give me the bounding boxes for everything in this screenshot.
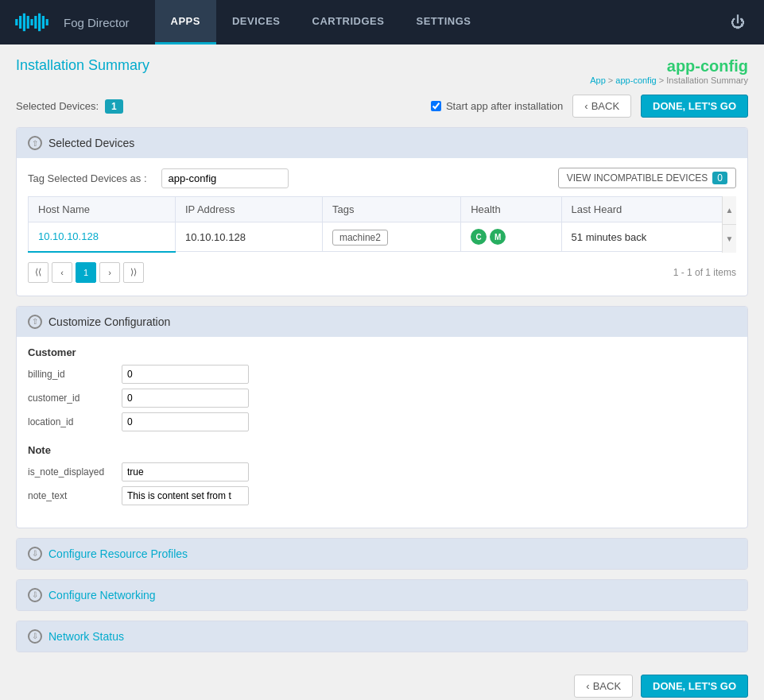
- note-group: Note is_note_displayed note_text: [28, 444, 736, 505]
- tag-pill: machine2: [332, 230, 388, 246]
- network-status-header[interactable]: ⇩ Network Status: [17, 621, 747, 652]
- resource-profiles-header[interactable]: ⇩ Configure Resource Profiles: [17, 539, 747, 569]
- svg-rect-3: [27, 16, 29, 29]
- location-id-row: location_id: [28, 412, 736, 431]
- bottom-actions: ‹ BACK DONE, LET'S GO: [16, 662, 748, 701]
- page-last-btn[interactable]: ⟩⟩: [123, 262, 144, 283]
- selected-devices-header[interactable]: ⇧ Selected Devices: [17, 128, 747, 158]
- billing-id-label: billing_id: [28, 369, 115, 380]
- page-title: Installation Summary: [16, 57, 149, 74]
- cell-health: C M: [461, 222, 561, 252]
- networking-title[interactable]: Configure Networking: [48, 589, 156, 601]
- breadcrumb-current: Installation Summary: [666, 75, 748, 85]
- resource-profiles-section: ⇩ Configure Resource Profiles: [16, 538, 748, 570]
- col-ip: IP Address: [175, 197, 322, 222]
- page-next-btn[interactable]: ›: [99, 262, 120, 283]
- scroll-down[interactable]: ▼: [723, 225, 736, 253]
- location-id-label: location_id: [28, 416, 115, 427]
- page-info: 1 - 1 of 1 items: [673, 267, 736, 278]
- customize-config-section: ⇧ Customize Configuration Customer billi…: [16, 306, 748, 528]
- toolbar-right: Start app after installation ‹ BACK DONE…: [431, 95, 748, 118]
- is-note-displayed-label: is_note_displayed: [28, 466, 115, 478]
- page-title-suffix: Summary: [84, 57, 149, 73]
- page-content: Installation Summary app-config App > ap…: [0, 44, 764, 700]
- tag-label: Tag Selected Devices as :: [28, 172, 147, 184]
- back-chevron-icon-bottom: ‹: [586, 680, 589, 692]
- network-status-title[interactable]: Network Status: [48, 630, 124, 643]
- note-text-label: note_text: [28, 490, 115, 501]
- page-first-btn[interactable]: ⟨⟨: [28, 262, 48, 283]
- page-prev-btn[interactable]: ‹: [52, 262, 72, 283]
- location-id-input[interactable]: [122, 412, 249, 431]
- page-title-prefix: Installation: [16, 57, 84, 73]
- nav-item-devices[interactable]: DEVICES: [216, 0, 297, 44]
- breadcrumb-appconfig[interactable]: app-config: [615, 75, 656, 85]
- table-row: 10.10.10.128 10.10.10.128 machine2 C M: [29, 222, 736, 252]
- nav-item-apps[interactable]: APPS: [155, 0, 216, 44]
- table-scroll-arrows: ▲ ▼: [722, 196, 736, 253]
- back-chevron-icon: ‹: [584, 100, 588, 112]
- nav-item-settings[interactable]: SETTINGS: [400, 0, 487, 44]
- toolbar-row: Selected Devices: 1 Start app after inst…: [16, 95, 748, 118]
- done-button-bottom[interactable]: DONE, LET'S GO: [641, 675, 748, 698]
- breadcrumb-app[interactable]: App: [590, 75, 606, 85]
- col-health: Health: [461, 197, 561, 222]
- cell-tags: machine2: [322, 222, 460, 252]
- customer-id-row: customer_id: [28, 389, 736, 408]
- back-label: BACK: [591, 100, 619, 112]
- health-icons: C M: [471, 229, 551, 245]
- back-label-bottom: BACK: [593, 680, 621, 692]
- customer-group: Customer billing_id customer_id location…: [28, 346, 736, 431]
- view-incompatible-button[interactable]: VIEW INCOMPATIBLE DEVICES 0: [558, 168, 736, 188]
- resource-profiles-title[interactable]: Configure Resource Profiles: [48, 547, 188, 560]
- customer-group-title: Customer: [28, 346, 736, 358]
- customize-config-header[interactable]: ⇧ Customize Configuration: [17, 307, 747, 337]
- tag-input-group: Tag Selected Devices as :: [28, 168, 289, 188]
- selected-devices-title: Selected Devices: [48, 137, 134, 149]
- billing-id-input[interactable]: [122, 365, 249, 384]
- selected-label: Selected Devices:: [16, 100, 99, 112]
- svg-rect-7: [42, 16, 45, 29]
- network-status-collapse-icon: ⇩: [28, 629, 42, 644]
- svg-rect-2: [23, 14, 25, 31]
- page-header: Installation Summary app-config App > ap…: [16, 57, 748, 85]
- top-navigation: Fog Director APPS DEVICES CARTRIDGES SET…: [0, 0, 764, 44]
- breadcrumb-sep2: >: [657, 75, 667, 85]
- back-button-bottom[interactable]: ‹ BACK: [574, 675, 633, 698]
- customize-config-title: Customize Configuration: [48, 315, 170, 328]
- pagination-controls: ⟨⟨ ‹ 1 › ⟩⟩: [28, 262, 144, 283]
- note-text-row: note_text: [28, 486, 736, 505]
- customer-id-input[interactable]: [122, 389, 249, 408]
- tag-row: Tag Selected Devices as : VIEW INCOMPATI…: [28, 168, 736, 188]
- cisco-logo: [13, 10, 51, 35]
- back-button-top[interactable]: ‹ BACK: [572, 95, 631, 118]
- col-tags: Tags: [322, 197, 460, 222]
- done-button-top[interactable]: DONE, LET'S GO: [641, 95, 748, 118]
- svg-rect-8: [46, 19, 48, 25]
- networking-header[interactable]: ⇩ Configure Networking: [17, 580, 747, 610]
- svg-rect-4: [30, 19, 33, 25]
- svg-rect-6: [38, 14, 41, 31]
- cell-hostname: 10.10.10.128: [29, 222, 176, 252]
- networking-collapse-icon: ⇩: [28, 588, 42, 602]
- tag-input[interactable]: [161, 168, 289, 188]
- page-1-btn[interactable]: 1: [76, 262, 96, 283]
- devices-table-container: Host Name IP Address Tags Health Last He…: [28, 196, 736, 253]
- start-app-checkbox[interactable]: [431, 101, 441, 111]
- power-button[interactable]: ⏻: [724, 8, 751, 37]
- start-app-checkbox-label[interactable]: Start app after installation: [431, 100, 563, 112]
- cell-ip: 10.10.10.128: [175, 222, 322, 252]
- note-text-input[interactable]: [122, 486, 249, 505]
- nav-items: APPS DEVICES CARTRIDGES SETTINGS: [155, 0, 487, 44]
- col-lastheard: Last Heard: [561, 197, 735, 222]
- billing-id-row: billing_id: [28, 365, 736, 384]
- incompatible-count-badge: 0: [712, 172, 727, 184]
- devices-table: Host Name IP Address Tags Health Last He…: [28, 196, 736, 253]
- start-app-label: Start app after installation: [446, 100, 563, 112]
- nav-item-cartridges[interactable]: CARTRIDGES: [297, 0, 401, 44]
- customize-collapse-icon: ⇧: [28, 315, 42, 329]
- is-note-displayed-input[interactable]: [122, 462, 249, 481]
- health-m-icon: M: [490, 229, 506, 245]
- health-c-icon: C: [471, 229, 487, 245]
- scroll-up[interactable]: ▲: [723, 196, 736, 225]
